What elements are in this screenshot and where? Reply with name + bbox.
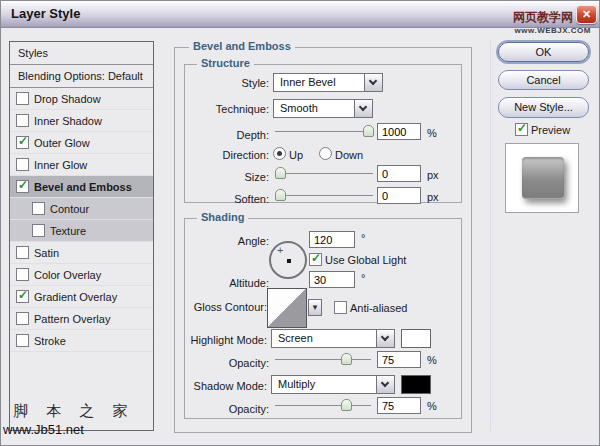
checkbox-icon[interactable] bbox=[16, 312, 29, 325]
sidebar-item-satin[interactable]: Satin bbox=[10, 242, 153, 264]
watermark-site-name: 网页教学网 bbox=[501, 9, 573, 26]
soften-input[interactable] bbox=[377, 187, 421, 204]
size-slider[interactable] bbox=[275, 167, 373, 180]
checkbox-icon[interactable] bbox=[16, 136, 29, 149]
checkbox-icon[interactable] bbox=[16, 180, 29, 193]
contour-dropdown-icon[interactable]: ▾ bbox=[308, 299, 322, 316]
panel-title: Bevel and Emboss bbox=[189, 40, 295, 52]
depth-input[interactable] bbox=[377, 123, 421, 140]
preview-bevel-chip bbox=[522, 157, 564, 199]
anti-aliased-checkbox[interactable] bbox=[334, 301, 347, 314]
highlight-color-swatch[interactable] bbox=[401, 329, 431, 348]
chevron-down-icon[interactable] bbox=[376, 330, 394, 347]
highlight-opacity-slider[interactable] bbox=[275, 353, 371, 366]
sidebar-item-bevel-and-emboss[interactable]: Bevel and Emboss bbox=[10, 176, 153, 198]
angle-pointer-icon: + bbox=[277, 244, 283, 256]
ok-button[interactable]: OK bbox=[498, 42, 589, 62]
checkbox-icon[interactable] bbox=[16, 246, 29, 259]
highlight-opacity-label: Opacity: bbox=[181, 357, 269, 369]
window-title: Layer Style bbox=[11, 6, 80, 21]
shadow-color-swatch[interactable] bbox=[401, 375, 431, 394]
gloss-contour-label: Gloss Contour: bbox=[171, 301, 267, 313]
highlight-opacity-unit: % bbox=[427, 354, 437, 366]
sidebar-item-pattern-overlay[interactable]: Pattern Overlay bbox=[10, 308, 153, 330]
size-label: Size: bbox=[181, 171, 269, 183]
gloss-contour-swatch[interactable] bbox=[267, 288, 307, 328]
checkbox-icon[interactable] bbox=[16, 268, 29, 281]
sidebar-item-label: Satin bbox=[34, 247, 59, 259]
sidebar-item-inner-glow[interactable]: Inner Glow bbox=[10, 154, 153, 176]
slider-thumb[interactable] bbox=[341, 399, 352, 411]
slider-thumb[interactable] bbox=[363, 125, 374, 137]
slider-thumb[interactable] bbox=[275, 189, 286, 201]
watermark-site-url: www.WEBJX.COM bbox=[499, 26, 591, 35]
preview-thumbnail bbox=[505, 143, 579, 213]
highlight-mode-value: Screen bbox=[278, 332, 313, 344]
sidebar-item-contour[interactable]: Contour bbox=[10, 198, 153, 220]
highlight-opacity-input[interactable] bbox=[377, 351, 421, 368]
altitude-label: Altitude: bbox=[181, 277, 269, 289]
highlight-mode-label: Highlight Mode: bbox=[167, 334, 267, 346]
altitude-input[interactable] bbox=[309, 271, 355, 288]
watermark-footer-name: 脚 本 之 家 bbox=[13, 402, 135, 421]
structure-title: Structure bbox=[197, 57, 254, 69]
soften-unit: px bbox=[427, 191, 439, 203]
sidebar-item-texture[interactable]: Texture bbox=[10, 220, 153, 242]
angle-input[interactable] bbox=[309, 231, 355, 248]
watermark-footer-url: www.Jb51.net bbox=[3, 422, 84, 437]
sidebar-item-stroke[interactable]: Stroke bbox=[10, 330, 153, 352]
depth-slider[interactable] bbox=[275, 125, 373, 138]
shadow-opacity-input[interactable] bbox=[377, 397, 421, 414]
title-bar[interactable]: Layer Style 网页教学网 ✕ bbox=[1, 1, 600, 28]
chevron-down-icon[interactable] bbox=[364, 74, 382, 91]
checkbox-icon[interactable] bbox=[16, 158, 29, 171]
cancel-button[interactable]: Cancel bbox=[498, 70, 589, 90]
sidebar-item-label: Inner Glow bbox=[34, 159, 87, 171]
chevron-down-icon[interactable] bbox=[376, 376, 394, 393]
shadow-mode-label: Shadow Mode: bbox=[167, 380, 267, 392]
checkbox-icon[interactable] bbox=[32, 224, 45, 237]
direction-up-radio[interactable] bbox=[273, 147, 286, 160]
sidebar-item-outer-glow[interactable]: Outer Glow bbox=[10, 132, 153, 154]
preview-checkbox[interactable] bbox=[515, 123, 528, 136]
direction-down-radio[interactable] bbox=[319, 147, 332, 160]
use-global-light-checkbox[interactable] bbox=[309, 253, 322, 266]
sidebar-item-label: Texture bbox=[50, 225, 86, 237]
soften-label: Soften: bbox=[181, 193, 269, 205]
size-input[interactable] bbox=[377, 165, 421, 182]
sidebar-item-blending-options[interactable]: Blending Options: Default bbox=[10, 65, 153, 88]
sidebar-item-label: Inner Shadow bbox=[34, 115, 102, 127]
slider-thumb[interactable] bbox=[275, 167, 286, 179]
style-dropdown[interactable]: Inner Bevel bbox=[273, 73, 383, 92]
shadow-mode-dropdown[interactable]: Multiply bbox=[271, 375, 395, 394]
new-style-button[interactable]: New Style... bbox=[498, 97, 589, 118]
angle-dial[interactable]: + bbox=[269, 241, 307, 279]
highlight-mode-dropdown[interactable]: Screen bbox=[271, 329, 395, 348]
sidebar-item-styles[interactable]: Styles bbox=[10, 42, 153, 65]
chevron-down-icon[interactable] bbox=[354, 100, 372, 117]
anti-aliased-label: Anti-aliased bbox=[350, 302, 407, 314]
sidebar-item-color-overlay[interactable]: Color Overlay bbox=[10, 264, 153, 286]
soften-slider[interactable] bbox=[275, 189, 373, 202]
sidebar-item-label: Stroke bbox=[34, 335, 66, 347]
sidebar-item-label: Drop Shadow bbox=[34, 93, 101, 105]
checkbox-icon[interactable] bbox=[16, 92, 29, 105]
technique-label: Technique: bbox=[181, 103, 269, 115]
checkbox-icon[interactable] bbox=[16, 114, 29, 127]
sidebar-item-inner-shadow[interactable]: Inner Shadow bbox=[10, 110, 153, 132]
checkbox-icon[interactable] bbox=[16, 334, 29, 347]
checkbox-icon[interactable] bbox=[16, 290, 29, 303]
direction-label: Direction: bbox=[181, 149, 269, 161]
shadow-opacity-slider[interactable] bbox=[275, 399, 371, 412]
checkbox-icon[interactable] bbox=[32, 202, 45, 215]
close-icon[interactable]: ✕ bbox=[576, 5, 597, 24]
sidebar-item-gradient-overlay[interactable]: Gradient Overlay bbox=[10, 286, 153, 308]
sidebar-item-label: Pattern Overlay bbox=[34, 313, 110, 325]
technique-dropdown[interactable]: Smooth bbox=[273, 99, 373, 118]
depth-label: Depth: bbox=[181, 129, 269, 141]
sidebar-item-label: Bevel and Emboss bbox=[34, 181, 132, 193]
slider-thumb[interactable] bbox=[341, 353, 352, 365]
styles-sidebar: Styles Blending Options: Default Drop Sh… bbox=[9, 41, 154, 431]
sidebar-item-drop-shadow[interactable]: Drop Shadow bbox=[10, 88, 153, 110]
sidebar-item-label: Gradient Overlay bbox=[34, 291, 117, 303]
